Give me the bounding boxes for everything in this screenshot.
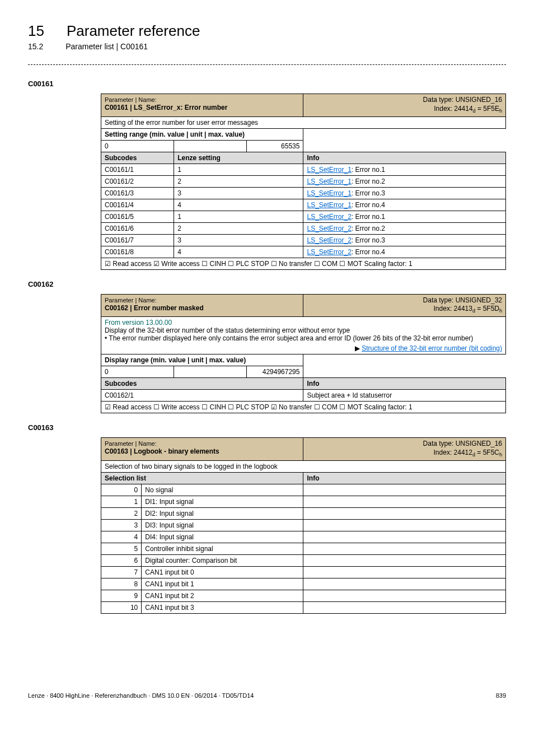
section-number: 15.2 — [28, 42, 43, 51]
table-row: 7CAN1 input bit 0 — [101, 567, 506, 578]
table-c00162: Parameter | Name: C00162 | Error number … — [101, 294, 506, 414]
table-row: C00161/51LS_SetError_2: Error no.1 — [101, 211, 506, 222]
table-row: C00161/22LS_SetError_1: Error no.2 — [101, 175, 506, 187]
col-lenze: Lenze setting — [174, 152, 303, 164]
bullet-note: • The error number displayed here only c… — [105, 334, 473, 342]
param-name: C00162 | Error number masked — [105, 304, 204, 312]
col-subcodes: Subcodes — [101, 152, 174, 164]
link-ls-seterror[interactable]: LS_SetError_2 — [307, 248, 351, 256]
display-description: Display of the 32-bit error number of th… — [105, 326, 350, 334]
table-row: C00161/33LS_SetError_1: Error no.3 — [101, 187, 506, 199]
table-row: C00161/73LS_SetError_2: Error no.3 — [101, 234, 506, 246]
min-value: 0 — [101, 366, 174, 378]
param-name: C00161 | LS_SetError_x: Error number — [105, 104, 227, 111]
param-description: Selection of two binary signals to be lo… — [101, 461, 506, 473]
table-row: 9CAN1 input bit 2 — [101, 590, 506, 602]
divider — [28, 64, 506, 65]
link-ls-seterror[interactable]: LS_SetError_1 — [307, 189, 351, 197]
footer-left: Lenze · 8400 HighLine · Referenzhandbuch… — [28, 692, 254, 699]
param-label: Parameter | Name: — [105, 297, 157, 304]
display-range-label: Display range (min. value | unit | max. … — [101, 354, 303, 366]
table-row: 10CAN1 input bit 3 — [101, 602, 506, 614]
param-code-c00163: C00163 — [28, 423, 506, 432]
table-row: 1DI1: Input signal — [101, 496, 506, 508]
access-footer: ☑ Read access ☑ Write access ☐ CINH ☐ PL… — [101, 258, 506, 269]
page-number: 839 — [496, 692, 506, 699]
link-ls-seterror[interactable]: LS_SetError_1 — [307, 166, 351, 174]
datatype-line1: Data type: UNSIGNED_32 — [423, 296, 502, 304]
table-row: 3DI3: Input signal — [101, 520, 506, 531]
triangle-icon: ▶ — [355, 344, 362, 352]
table-c00161: Parameter | Name: C00161 | LS_SetError_x… — [101, 94, 506, 270]
col-info: Info — [303, 152, 506, 164]
param-label: Parameter | Name: — [105, 440, 157, 447]
section-title: Parameter list | C00161 — [65, 42, 148, 51]
table-row: 0No signal — [101, 484, 506, 496]
table-row: C00162/1Subject area + Id statuserror — [101, 390, 506, 402]
link-ls-seterror[interactable]: LS_SetError_2 — [307, 236, 351, 244]
param-name: C00163 | Logbook - binary elements — [105, 447, 219, 455]
chapter-number: 15 — [28, 22, 44, 40]
link-ls-seterror[interactable]: LS_SetError_1 — [307, 178, 351, 185]
param-description: Setting of the error number for user err… — [101, 116, 506, 128]
col-info: Info — [303, 473, 506, 484]
param-label: Parameter | Name: — [105, 96, 157, 103]
table-c00163: Parameter | Name: C00163 | Logbook - bin… — [101, 437, 506, 614]
table-row: C00161/11LS_SetError_1: Error no.1 — [101, 164, 506, 175]
datatype-line2: Index: 24414d = 5F5Eh — [434, 105, 502, 113]
datatype-line2: Index: 24412d = 5F5Ch — [434, 449, 502, 456]
chapter-title: Parameter reference — [67, 22, 200, 40]
max-value: 65535 — [247, 140, 303, 152]
link-ls-seterror[interactable]: LS_SetError_2 — [307, 225, 351, 232]
access-footer: ☑ Read access ☐ Write access ☐ CINH ☐ PL… — [101, 402, 506, 413]
min-value: 0 — [101, 140, 174, 152]
col-subcodes: Subcodes — [101, 378, 303, 390]
table-row: 5Controller inhibit signal — [101, 543, 506, 555]
setting-range-label: Setting range (min. value | unit | max. … — [101, 128, 303, 140]
max-value: 4294967295 — [247, 366, 303, 378]
datatype-line1: Data type: UNSIGNED_16 — [423, 96, 502, 104]
datatype-line1: Data type: UNSIGNED_16 — [423, 440, 502, 447]
version-note: From version 13.00.00 — [105, 319, 172, 326]
col-selection-list: Selection list — [101, 473, 303, 484]
table-row: 2DI2: Input signal — [101, 508, 506, 520]
link-structure-32bit[interactable]: Structure of the 32-bit error number (bi… — [362, 344, 502, 352]
link-ls-seterror[interactable]: LS_SetError_2 — [307, 213, 351, 221]
param-code-c00162: C00162 — [28, 280, 506, 288]
table-row: C00161/44LS_SetError_1: Error no.4 — [101, 199, 506, 211]
param-code-c00161: C00161 — [28, 80, 506, 88]
col-info: Info — [303, 378, 506, 390]
table-row: C00161/84LS_SetError_2: Error no.4 — [101, 246, 506, 258]
table-row: 4DI4: Input signal — [101, 531, 506, 543]
datatype-line2: Index: 24413d = 5F5Dh — [434, 305, 502, 312]
table-row: 8CAN1 input bit 1 — [101, 578, 506, 590]
link-ls-seterror[interactable]: LS_SetError_1 — [307, 201, 351, 209]
table-row: 6Digital counter: Comparison bit — [101, 555, 506, 567]
table-row: C00161/62LS_SetError_2: Error no.2 — [101, 222, 506, 234]
